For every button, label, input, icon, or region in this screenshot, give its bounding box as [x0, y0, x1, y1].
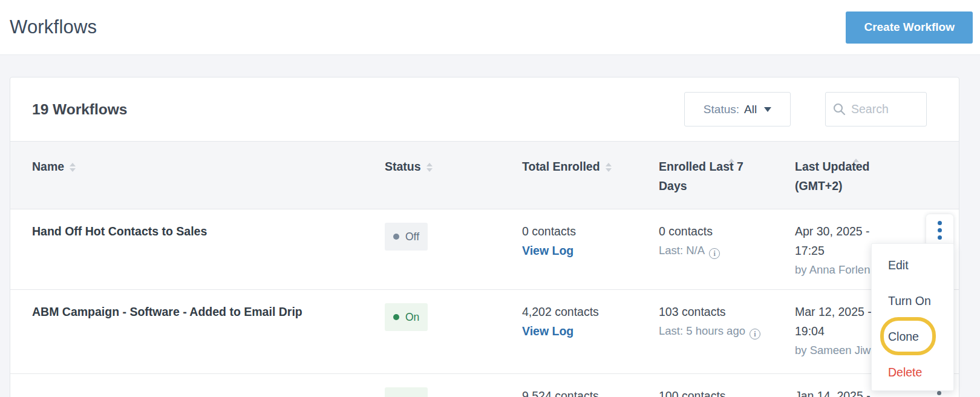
enrolled-7d-cell: 103 contacts Last: 5 hours agoi [659, 290, 795, 373]
sort-icon [426, 163, 433, 172]
card-header: 19 Workflows Status: All [10, 77, 959, 141]
last-enrollment-label: Last: 5 hours ago [659, 324, 745, 337]
total-enrolled-cell: 4,202 contacts View Log [522, 290, 659, 373]
row-actions-kebab-button[interactable] [926, 214, 953, 246]
status-dot-icon [393, 314, 399, 320]
status-badge: On [385, 387, 428, 397]
column-header-total-enrolled[interactable]: Total Enrolled [522, 142, 659, 209]
column-header-status[interactable]: Status [385, 142, 522, 209]
table-row: On 9,524 contacts View Log 100 contacts … [10, 374, 959, 397]
info-icon[interactable]: i [750, 329, 760, 340]
total-enrolled-value: 0 contacts [522, 221, 659, 241]
menu-item-turn-on[interactable]: Turn On [872, 283, 953, 319]
enrolled-7d-value: 100 contacts [659, 386, 795, 397]
status-badge: Off [385, 223, 428, 251]
sort-icon [606, 163, 612, 172]
menu-item-delete[interactable]: Delete [872, 355, 953, 390]
row-actions-kebab-icon[interactable] [937, 391, 941, 397]
table-row: Hand Off Hot Contacts to Sales Off 0 con… [10, 209, 959, 290]
status-cell: On [385, 374, 522, 397]
status-filter-dropdown[interactable]: Status: All [684, 92, 791, 126]
column-header-last-updated[interactable]: Last Updated (GMT+2) [795, 142, 887, 209]
sort-icon [70, 163, 76, 172]
page-title: Workflows [10, 16, 97, 38]
column-header-actions [887, 142, 959, 209]
workflow-count-label: 19 Workflows [32, 101, 127, 118]
workflow-name[interactable] [32, 374, 385, 397]
menu-item-clone[interactable]: Clone [872, 319, 953, 355]
search-icon [833, 103, 846, 116]
column-header-enrolled-last-7-days[interactable]: Enrolled Last 7 Days [659, 142, 795, 209]
status-cell: Off [385, 209, 522, 289]
top-bar: Workflows Create Workflow [0, 0, 980, 55]
row-actions-menu: Edit Turn On Clone Delete [871, 243, 954, 391]
last-enrollment-label: Last: N/A [659, 244, 705, 257]
total-enrolled-cell: 9,524 contacts View Log [522, 374, 659, 397]
workflows-card: 19 Workflows Status: All Name Status Tot… [10, 77, 959, 397]
create-workflow-button[interactable]: Create Workflow [846, 11, 973, 44]
total-enrolled-value: 9,524 contacts [522, 386, 659, 397]
enrolled-7d-cell: 0 contacts Last: N/Ai [659, 209, 795, 289]
kebab-menu-icon [937, 391, 941, 395]
workflow-name[interactable]: ABM Campaign - Software - Added to Email… [32, 290, 385, 373]
table-row: ABM Campaign - Software - Added to Email… [10, 290, 959, 374]
enrolled-7d-cell: 100 contacts [659, 374, 795, 397]
status-cell: On [385, 290, 522, 373]
status-filter-value: All [744, 103, 757, 116]
info-icon[interactable]: i [709, 248, 720, 259]
enrolled-7d-value: 0 contacts [659, 221, 795, 241]
status-dot-icon [393, 234, 399, 240]
total-enrolled-cell: 0 contacts View Log [522, 209, 659, 289]
menu-item-edit[interactable]: Edit [872, 248, 953, 283]
search-box[interactable] [825, 92, 927, 126]
search-input[interactable] [851, 102, 919, 116]
column-header-name[interactable]: Name [32, 142, 385, 209]
status-badge: On [385, 303, 428, 331]
chevron-down-icon [764, 107, 771, 112]
total-enrolled-value: 4,202 contacts [522, 302, 659, 321]
table-header-row: Name Status Total Enrolled Enrolled Last… [10, 141, 959, 209]
status-filter-label: Status: [704, 103, 739, 116]
workflow-name[interactable]: Hand Off Hot Contacts to Sales [32, 209, 385, 289]
view-log-link[interactable]: View Log [522, 241, 573, 260]
view-log-link[interactable]: View Log [522, 321, 573, 341]
enrolled-7d-value: 103 contacts [659, 302, 795, 321]
kebab-menu-icon [938, 221, 942, 225]
